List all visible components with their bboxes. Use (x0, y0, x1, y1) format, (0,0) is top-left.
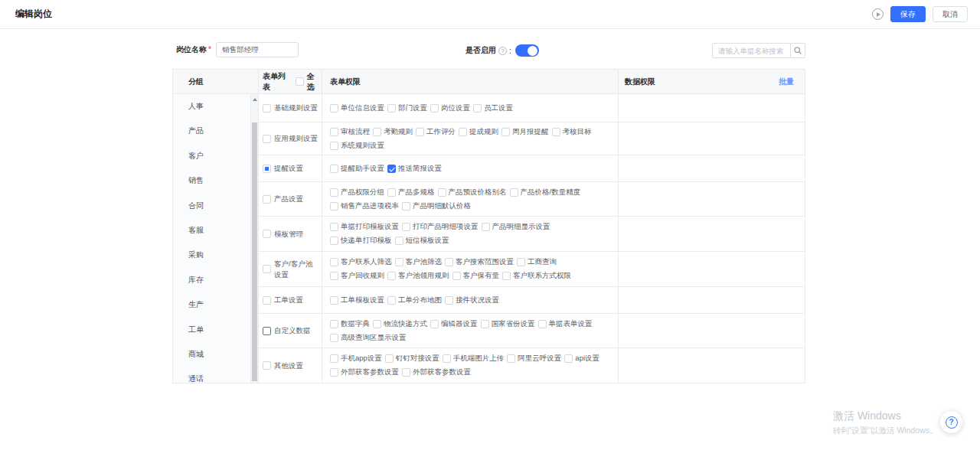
form-checkbox[interactable] (263, 361, 271, 370)
perm-checkbox[interactable] (387, 165, 396, 173)
perm-item[interactable]: 产品价格/数量精度 (510, 188, 581, 197)
form-checkbox[interactable] (263, 165, 271, 173)
group-item[interactable]: 通话 (173, 367, 258, 383)
form-checkbox[interactable] (263, 296, 271, 305)
perm-item[interactable]: 外部获客参数设置 (402, 367, 471, 377)
perm-checkbox[interactable] (373, 128, 381, 136)
perm-checkbox[interactable] (502, 272, 511, 280)
perm-item[interactable]: 周月报提醒 (501, 127, 549, 137)
enabled-toggle[interactable] (515, 44, 539, 57)
perm-checkbox[interactable] (330, 202, 338, 210)
perm-checkbox[interactable] (395, 258, 403, 266)
perm-checkbox[interactable] (564, 354, 573, 363)
perm-item[interactable]: 产品多规格 (387, 188, 435, 197)
form-checkbox[interactable] (263, 265, 271, 273)
perm-item[interactable]: 系统规则设置 (330, 141, 384, 151)
perm-item[interactable]: 高级查询区显示设置 (330, 333, 407, 343)
perm-checkbox[interactable] (385, 354, 394, 363)
perm-item[interactable]: 员工设置 (473, 103, 513, 113)
save-button[interactable]: 保存 (890, 6, 926, 22)
scrollbar-thumb[interactable] (252, 122, 257, 381)
perm-checkbox[interactable] (517, 258, 525, 266)
form-checkbox[interactable] (263, 230, 271, 238)
perm-checkbox[interactable] (452, 272, 461, 280)
perm-checkbox[interactable] (473, 104, 482, 113)
perm-checkbox[interactable] (501, 128, 510, 136)
perm-item[interactable]: 审核流程 (330, 127, 370, 137)
perm-item[interactable]: 工单分布地图 (387, 295, 442, 305)
perm-checkbox[interactable] (443, 354, 451, 363)
group-item[interactable]: 合同 (173, 194, 258, 218)
perm-checkbox[interactable] (387, 296, 396, 305)
perm-item[interactable]: 接件状况设置 (445, 295, 499, 305)
perm-item[interactable]: 打印产品明细项设置 (402, 222, 479, 232)
perm-item[interactable]: 产品权限分组 (330, 188, 384, 197)
perm-checkbox[interactable] (330, 142, 338, 150)
perm-item[interactable]: 销售产品进项税率 (330, 201, 399, 211)
form-checkbox[interactable] (263, 104, 271, 113)
perm-checkbox[interactable] (416, 128, 424, 136)
form-checkbox[interactable] (263, 327, 271, 335)
search-button[interactable] (791, 43, 805, 58)
perm-checkbox[interactable] (330, 223, 338, 231)
perm-checkbox[interactable] (330, 237, 338, 245)
group-item[interactable]: 工单 (173, 318, 258, 342)
perm-item[interactable]: 考核目标 (552, 127, 592, 137)
perm-item[interactable]: 快递单打印模板 (330, 236, 392, 246)
perm-item[interactable]: 物流快递方式 (373, 319, 427, 329)
group-item[interactable]: 库存 (173, 268, 258, 292)
perm-checkbox[interactable] (538, 320, 547, 328)
perm-checkbox[interactable] (330, 258, 338, 266)
group-item[interactable]: 客服 (173, 218, 258, 243)
perm-item[interactable]: api设置 (564, 354, 599, 364)
perm-item[interactable]: 产品明细默认价格 (402, 201, 471, 211)
perm-item[interactable]: 单位信息设置 (330, 103, 384, 113)
perm-item[interactable]: 产品明细显示设置 (482, 222, 550, 232)
perm-checkbox[interactable] (395, 237, 403, 245)
group-item[interactable]: 商城 (173, 342, 258, 367)
perm-item[interactable]: 短信模板设置 (395, 236, 449, 246)
perm-checkbox[interactable] (387, 188, 396, 197)
perm-item[interactable]: 部门设置 (387, 103, 427, 113)
perm-item[interactable]: 客户搜索范围设置 (445, 257, 514, 267)
perm-checkbox[interactable] (402, 202, 410, 210)
group-item[interactable]: 产品 (173, 119, 258, 143)
perm-checkbox[interactable] (445, 296, 453, 305)
perm-item[interactable]: 阿里云呼设置 (507, 354, 561, 364)
perm-checkbox[interactable] (330, 188, 338, 197)
perm-item[interactable]: 编辑器设置 (430, 319, 478, 329)
perm-checkbox[interactable] (330, 334, 338, 342)
perm-item[interactable]: 工作评分 (416, 127, 456, 137)
perm-checkbox[interactable] (330, 296, 338, 305)
perm-checkbox[interactable] (445, 258, 453, 266)
perm-item[interactable]: 推送简报设置 (387, 164, 442, 174)
perm-checkbox[interactable] (430, 104, 439, 113)
perm-checkbox[interactable] (387, 272, 396, 280)
perm-item[interactable]: 客户池领用规则 (387, 271, 449, 281)
perm-item[interactable]: 客户联系方式权限 (502, 271, 571, 281)
perm-checkbox[interactable] (330, 272, 338, 280)
perm-item[interactable]: 客户池筛选 (395, 257, 443, 267)
perm-item[interactable]: 产品预设价格别名 (438, 188, 507, 197)
perm-item[interactable]: 提成规则 (459, 127, 498, 137)
perm-item[interactable]: 国家省份设置 (481, 319, 535, 329)
perm-checkbox[interactable] (330, 368, 338, 377)
group-scrollbar[interactable] (250, 94, 258, 383)
perm-item[interactable]: 客户回收规则 (330, 271, 384, 281)
perm-item[interactable]: 单据表单设置 (538, 319, 593, 329)
group-item[interactable]: 销售 (173, 168, 258, 193)
perm-checkbox[interactable] (402, 223, 410, 231)
perm-item[interactable]: 外部获客参数设置 (330, 367, 399, 377)
play-circle-icon[interactable] (872, 8, 884, 20)
perm-checkbox[interactable] (482, 223, 490, 231)
cancel-button[interactable]: 取消 (933, 6, 968, 22)
perm-item[interactable]: 提醒助手设置 (330, 164, 384, 174)
perm-item[interactable]: 手机端图片上传 (443, 354, 505, 364)
perm-checkbox[interactable] (438, 188, 446, 197)
perm-checkbox[interactable] (330, 128, 338, 136)
perm-item[interactable]: 客户保有量 (452, 271, 500, 281)
form-checkbox[interactable] (263, 195, 271, 204)
form-checkbox[interactable] (263, 135, 271, 143)
perm-checkbox[interactable] (481, 320, 489, 328)
perm-checkbox[interactable] (373, 320, 381, 328)
